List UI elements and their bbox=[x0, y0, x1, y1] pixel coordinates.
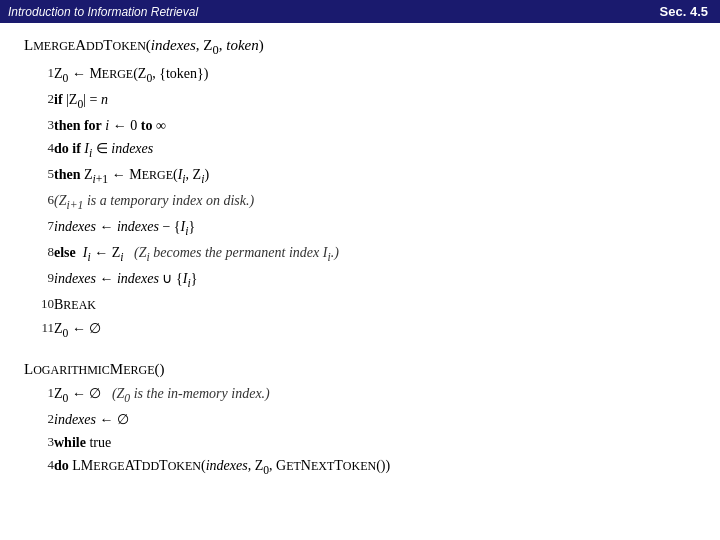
line-num: 1 bbox=[24, 62, 54, 88]
algo1-table: 1 Z0 ← MERGE(Z0, {token}) 2 if |Z0| = n … bbox=[24, 62, 339, 343]
table-row: 6 (Zi+1 is a temporary index on disk.) bbox=[24, 189, 339, 215]
table-row: 2 if |Z0| = n bbox=[24, 88, 339, 114]
line-num: 10 bbox=[24, 293, 54, 316]
algo2-table: 1 Z0 ← ∅ (Z0 is the in-memory index.) 2 … bbox=[24, 382, 390, 480]
line-num: 3 bbox=[24, 114, 54, 137]
line-code: indexes ← indexes ∪ {Ii} bbox=[54, 267, 339, 293]
line-num: 9 bbox=[24, 267, 54, 293]
line-code: BREAK bbox=[54, 293, 339, 316]
content: LmergeAddToken(indexes, Z0, token) 1 Z0 … bbox=[0, 23, 720, 508]
line-num: 2 bbox=[24, 88, 54, 114]
line-code: Z0 ← ∅ (Z0 is the in-memory index.) bbox=[54, 382, 390, 408]
line-num: 4 bbox=[24, 454, 54, 480]
line-code: indexes ← indexes − {Ii} bbox=[54, 215, 339, 241]
algo1-block: LmergeAddToken(indexes, Z0, token) 1 Z0 … bbox=[24, 37, 696, 343]
line-num: 1 bbox=[24, 382, 54, 408]
line-code: else Ii ← Zi (Zi becomes the permanent i… bbox=[54, 241, 339, 267]
table-row: 4 do LMERGEATDDTOKEN(indexes, Z0, GETNEX… bbox=[24, 454, 390, 480]
line-num: 4 bbox=[24, 137, 54, 163]
algo1-name: LmergeAddToken(indexes, Z0, token) bbox=[24, 37, 696, 58]
table-row: 3 then for i ← 0 to ∞ bbox=[24, 114, 339, 137]
line-num: 5 bbox=[24, 163, 54, 189]
line-code: then Zi+1 ← MERGE(Ii, Zi) bbox=[54, 163, 339, 189]
line-code: (Zi+1 is a temporary index on disk.) bbox=[54, 189, 339, 215]
line-num: 6 bbox=[24, 189, 54, 215]
line-code: Z0 ← MERGE(Z0, {token}) bbox=[54, 62, 339, 88]
table-row: 2 indexes ← ∅ bbox=[24, 408, 390, 431]
line-num: 3 bbox=[24, 431, 54, 454]
line-num: 8 bbox=[24, 241, 54, 267]
line-code: do if Ii ∈ indexes bbox=[54, 137, 339, 163]
table-row: 9 indexes ← indexes ∪ {Ii} bbox=[24, 267, 339, 293]
line-num: 11 bbox=[24, 317, 54, 343]
line-code: Z0 ← ∅ bbox=[54, 317, 339, 343]
algo2-name: LogarithmicMerge() bbox=[24, 361, 696, 378]
table-row: 4 do if Ii ∈ indexes bbox=[24, 137, 339, 163]
line-num: 7 bbox=[24, 215, 54, 241]
table-row: 11 Z0 ← ∅ bbox=[24, 317, 339, 343]
algo1-name-sc: LmergeAddToken bbox=[24, 37, 146, 53]
line-code: indexes ← ∅ bbox=[54, 408, 390, 431]
table-row: 10 BREAK bbox=[24, 293, 339, 316]
table-row: 1 Z0 ← ∅ (Z0 is the in-memory index.) bbox=[24, 382, 390, 408]
line-code: if |Z0| = n bbox=[54, 88, 339, 114]
header-title: Introduction to Information Retrieval bbox=[8, 5, 198, 19]
algo2-block: LogarithmicMerge() 1 Z0 ← ∅ (Z0 is the i… bbox=[24, 361, 696, 480]
header: Introduction to Information Retrieval Se… bbox=[0, 0, 720, 23]
line-code: do LMERGEATDDTOKEN(indexes, Z0, GETNEXTT… bbox=[54, 454, 390, 480]
line-code: while true bbox=[54, 431, 390, 454]
table-row: 3 while true bbox=[24, 431, 390, 454]
table-row: 8 else Ii ← Zi (Zi becomes the permanent… bbox=[24, 241, 339, 267]
line-num: 2 bbox=[24, 408, 54, 431]
header-section: Sec. 4.5 bbox=[660, 4, 708, 19]
line-code: then for i ← 0 to ∞ bbox=[54, 114, 339, 137]
table-row: 7 indexes ← indexes − {Ii} bbox=[24, 215, 339, 241]
table-row: 1 Z0 ← MERGE(Z0, {token}) bbox=[24, 62, 339, 88]
table-row: 5 then Zi+1 ← MERGE(Ii, Zi) bbox=[24, 163, 339, 189]
algo2-name-sc: LogarithmicMerge bbox=[24, 361, 155, 377]
